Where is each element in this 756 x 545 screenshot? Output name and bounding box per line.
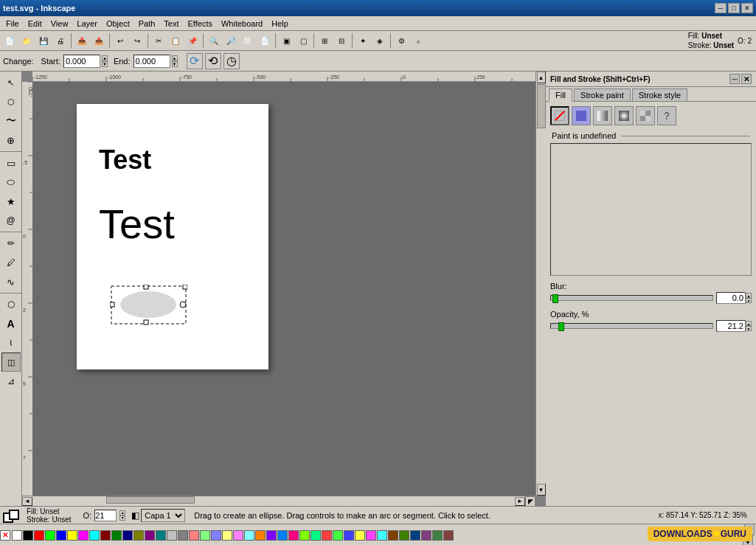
tool-select[interactable]: ↖	[1, 73, 21, 92]
color-swatch[interactable]	[255, 530, 266, 541]
no-color-swatch[interactable]: ✕	[0, 530, 10, 541]
color-swatch[interactable]	[111, 530, 122, 541]
import-button[interactable]: 📥	[74, 32, 90, 49]
color-swatch[interactable]	[167, 530, 177, 541]
status-opacity-up[interactable]: ▲	[119, 510, 125, 516]
tool-text[interactable]: A	[1, 314, 21, 333]
color-swatch[interactable]	[34, 530, 44, 541]
extra1-button[interactable]: ⚙	[393, 32, 409, 49]
canvas-expand-button[interactable]: ◤	[525, 496, 535, 507]
menu-text[interactable]: Text	[159, 18, 183, 29]
panel-min-button[interactable]: ─	[729, 74, 740, 84]
paste-button[interactable]: 📌	[184, 32, 201, 49]
vertical-scroll-thumb[interactable]	[537, 84, 546, 128]
tool-node[interactable]: ⬡	[1, 92, 21, 111]
menu-object[interactable]: Object	[102, 18, 134, 29]
copy-button[interactable]: 📋	[167, 32, 184, 49]
arc-closed-button[interactable]: ◷	[223, 53, 240, 69]
color-swatch[interactable]	[388, 530, 398, 541]
paint-pattern-button[interactable]	[636, 106, 655, 125]
align-button[interactable]: ⊞	[316, 32, 333, 49]
blur-spin-up[interactable]: ▲	[746, 293, 752, 298]
color-swatch[interactable]	[222, 530, 232, 541]
color-swatch[interactable]	[23, 530, 33, 541]
opacity-spin-down[interactable]: ▼	[746, 326, 752, 331]
color-swatch[interactable]	[45, 530, 55, 541]
save-button[interactable]: 💾	[35, 32, 52, 49]
export-button[interactable]: 📤	[91, 32, 107, 49]
color-swatch[interactable]	[366, 530, 376, 541]
paint-flat-button[interactable]	[572, 106, 591, 125]
paint-unknown-button[interactable]: ?	[657, 106, 676, 125]
opacity-spin-up[interactable]: ▲	[746, 321, 752, 326]
tab-stroke-paint[interactable]: Stroke paint	[574, 88, 631, 101]
color-swatch[interactable]	[100, 530, 111, 541]
color-swatch[interactable]	[78, 530, 89, 541]
panel-close-button[interactable]: ✕	[741, 74, 752, 84]
scroll-right-button[interactable]: ►	[515, 497, 525, 506]
blur-spin-down[interactable]: ▼	[746, 298, 752, 303]
print-button[interactable]: 🖨	[52, 32, 69, 49]
color-swatch[interactable]	[432, 530, 443, 541]
color-swatch[interactable]	[89, 530, 100, 541]
tool-ellipse[interactable]: ⬭	[1, 173, 21, 192]
menu-help[interactable]: Help	[267, 18, 293, 29]
tab-stroke-style[interactable]: Stroke style	[632, 88, 687, 101]
scroll-up-button[interactable]: ▲	[537, 72, 546, 83]
paint-none-button[interactable]	[550, 106, 569, 125]
color-swatch[interactable]	[299, 530, 310, 541]
close-button[interactable]: ✕	[741, 3, 753, 13]
zoom-out-button[interactable]: 🔎	[223, 32, 239, 49]
blur-slider-thumb[interactable]	[552, 294, 558, 303]
horizontal-scrollbar[interactable]: ◄ ► ◤	[22, 496, 535, 506]
tool-zoom[interactable]: ⊕	[1, 131, 21, 150]
tool-eyedropper[interactable]: ⊿	[1, 372, 21, 391]
end-input[interactable]	[133, 55, 170, 68]
status-opacity-down[interactable]: ▼	[119, 516, 125, 521]
tool-calligraphy[interactable]: ∿	[1, 272, 21, 291]
distribute-button[interactable]: ⊟	[333, 32, 350, 49]
tool-gradient[interactable]: ◫	[1, 353, 21, 372]
color-swatch[interactable]	[355, 530, 365, 541]
color-swatch[interactable]	[200, 530, 210, 541]
ungroup-button[interactable]: ▢	[295, 32, 311, 49]
tool-spiral[interactable]: @	[1, 211, 21, 230]
layer-select[interactable]: Capa 1	[141, 509, 185, 522]
minimize-button[interactable]: ─	[715, 3, 726, 13]
menu-whiteboard[interactable]: Whiteboard	[217, 18, 267, 29]
zoom-in-button[interactable]: 🔍	[206, 32, 222, 49]
paint-radial-button[interactable]	[614, 106, 634, 125]
arc-open-button[interactable]: ⟲	[205, 53, 221, 69]
menu-edit[interactable]: Edit	[24, 18, 46, 29]
group-button[interactable]: ▣	[278, 32, 294, 49]
color-swatch[interactable]	[333, 530, 343, 541]
scroll-down-button[interactable]: ▼	[537, 484, 546, 496]
new-button[interactable]: 📄	[1, 32, 18, 49]
tab-fill[interactable]: Fill	[549, 88, 572, 102]
tool-rect[interactable]: ▭	[1, 153, 21, 173]
color-swatch[interactable]	[311, 530, 321, 541]
start-input[interactable]	[63, 55, 100, 68]
ellipse-container[interactable]	[110, 285, 187, 327]
color-swatch[interactable]	[67, 530, 77, 541]
color-swatch[interactable]	[133, 530, 144, 541]
menu-path[interactable]: Path	[134, 18, 160, 29]
end-spin-down[interactable]: ▼	[172, 61, 178, 67]
canvas-viewport[interactable]: Test Test	[32, 82, 535, 496]
color-swatch[interactable]	[156, 530, 166, 541]
vertical-scrollbar[interactable]: ▲ ▼	[535, 72, 546, 496]
scroll-left-button[interactable]: ◄	[22, 497, 32, 506]
end-spin-up[interactable]: ▲	[172, 55, 178, 61]
color-swatch[interactable]	[266, 530, 277, 541]
color-swatch[interactable]	[399, 530, 409, 541]
start-spin-down[interactable]: ▼	[102, 61, 108, 67]
menu-effects[interactable]: Effects	[184, 18, 217, 29]
color-swatch[interactable]	[421, 530, 431, 541]
color-swatch[interactable]	[410, 530, 420, 541]
arc-full-button[interactable]: ⟳	[187, 53, 203, 69]
maximize-button[interactable]: □	[728, 3, 740, 13]
color-swatch[interactable]	[189, 530, 199, 541]
gradient-editor-button[interactable]: ◈	[372, 32, 388, 49]
menu-file[interactable]: File	[1, 18, 24, 29]
color-swatch[interactable]	[322, 530, 332, 541]
